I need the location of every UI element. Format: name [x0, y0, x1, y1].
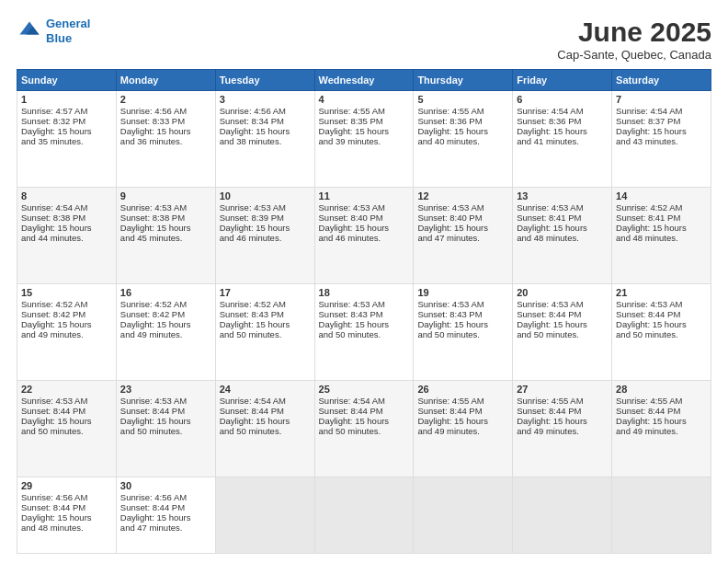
table-cell: 21Sunrise: 4:53 AMSunset: 8:44 PMDayligh… [612, 283, 711, 380]
cell-line: Sunrise: 4:55 AM [417, 106, 508, 116]
table-cell: 4Sunrise: 4:55 AMSunset: 8:35 PMDaylight… [314, 91, 414, 188]
cell-line: and 50 minutes. [319, 426, 410, 436]
table-cell: 5Sunrise: 4:55 AMSunset: 8:36 PMDaylight… [414, 91, 513, 188]
calendar-header-row: Sunday Monday Tuesday Wednesday Thursday… [17, 70, 711, 91]
cell-line: Sunset: 8:38 PM [120, 213, 211, 223]
cell-line: Sunset: 8:34 PM [220, 116, 311, 126]
calendar-table: Sunday Monday Tuesday Wednesday Thursday… [17, 69, 711, 554]
cell-line: Daylight: 15 hours [517, 319, 608, 329]
table-cell: 15Sunrise: 4:52 AMSunset: 8:42 PMDayligh… [17, 283, 117, 380]
table-cell: 16Sunrise: 4:52 AMSunset: 8:42 PMDayligh… [116, 283, 215, 380]
table-cell: 22Sunrise: 4:53 AMSunset: 8:44 PMDayligh… [17, 380, 117, 477]
cell-line: Sunrise: 4:55 AM [319, 106, 410, 116]
cell-line: Daylight: 15 hours [220, 126, 311, 136]
cell-line: and 49 minutes. [616, 426, 707, 436]
cell-line: Daylight: 15 hours [120, 126, 211, 136]
cell-line: Daylight: 15 hours [21, 512, 112, 523]
day-number: 7 [616, 94, 707, 105]
cell-line: Daylight: 15 hours [220, 319, 311, 329]
day-number: 2 [120, 94, 211, 105]
day-number: 3 [220, 94, 311, 105]
day-number: 22 [21, 384, 112, 395]
cell-line: Sunset: 8:44 PM [517, 406, 608, 416]
cell-line: Sunset: 8:40 PM [319, 213, 410, 223]
page: General Blue June 2025 Cap-Sante, Quebec… [0, 0, 728, 563]
cell-line: Sunrise: 4:55 AM [616, 396, 707, 406]
day-number: 4 [319, 94, 410, 105]
cell-line: Daylight: 15 hours [319, 223, 410, 233]
table-cell: 2Sunrise: 4:56 AMSunset: 8:33 PMDaylight… [116, 91, 215, 188]
cell-line: Sunset: 8:44 PM [616, 406, 707, 416]
cell-line: Daylight: 15 hours [120, 416, 211, 426]
table-cell: 29Sunrise: 4:56 AMSunset: 8:44 PMDayligh… [17, 477, 117, 553]
col-thursday: Thursday [414, 70, 513, 91]
cell-line: and 47 minutes. [120, 523, 211, 533]
cell-line: Daylight: 15 hours [21, 416, 112, 426]
table-cell: 11Sunrise: 4:53 AMSunset: 8:40 PMDayligh… [314, 187, 414, 283]
cell-line: Sunrise: 4:54 AM [21, 202, 112, 213]
cell-line: Sunrise: 4:52 AM [120, 299, 211, 309]
col-sunday: Sunday [17, 70, 117, 91]
cell-line: and 40 minutes. [417, 136, 508, 146]
cell-line: and 43 minutes. [616, 136, 707, 146]
cell-line: Sunset: 8:43 PM [417, 309, 508, 319]
cell-line: Daylight: 15 hours [517, 416, 608, 426]
cell-line: and 39 minutes. [319, 136, 410, 146]
cell-line: Sunrise: 4:56 AM [21, 492, 112, 502]
cell-line: Sunrise: 4:56 AM [120, 106, 211, 116]
table-cell: 27Sunrise: 4:55 AMSunset: 8:44 PMDayligh… [513, 380, 612, 477]
table-cell: 25Sunrise: 4:54 AMSunset: 8:44 PMDayligh… [314, 380, 414, 477]
cell-line: Daylight: 15 hours [120, 512, 211, 523]
table-cell [513, 477, 612, 553]
cell-line: Sunset: 8:35 PM [319, 116, 410, 126]
cell-line: Daylight: 15 hours [21, 126, 112, 136]
day-number: 9 [120, 190, 211, 201]
cell-line: Sunrise: 4:52 AM [616, 202, 707, 213]
location: Cap-Sante, Quebec, Canada [557, 48, 711, 62]
cell-line: Daylight: 15 hours [517, 223, 608, 233]
cell-line: Sunset: 8:38 PM [21, 213, 112, 223]
cell-line: Sunset: 8:41 PM [616, 213, 707, 223]
table-cell [314, 477, 414, 553]
cell-line: Sunrise: 4:52 AM [220, 299, 311, 309]
table-cell: 23Sunrise: 4:53 AMSunset: 8:44 PMDayligh… [116, 380, 215, 477]
cell-line: Daylight: 15 hours [120, 223, 211, 233]
cell-line: Sunset: 8:44 PM [120, 406, 211, 416]
cell-line: Daylight: 15 hours [616, 126, 707, 136]
cell-line: and 48 minutes. [21, 523, 112, 533]
cell-line: Sunrise: 4:55 AM [417, 396, 508, 406]
cell-line: and 50 minutes. [220, 329, 311, 339]
table-cell: 14Sunrise: 4:52 AMSunset: 8:41 PMDayligh… [612, 187, 711, 283]
table-cell: 3Sunrise: 4:56 AMSunset: 8:34 PMDaylight… [215, 91, 314, 188]
month-title: June 2025 [557, 17, 711, 48]
cell-line: Sunrise: 4:55 AM [517, 396, 608, 406]
day-number: 28 [616, 384, 707, 395]
cell-line: Sunset: 8:44 PM [21, 406, 112, 416]
day-number: 24 [220, 384, 311, 395]
cell-line: and 46 minutes. [220, 233, 311, 243]
cell-line: Daylight: 15 hours [517, 126, 608, 136]
cell-line: Sunset: 8:39 PM [220, 213, 311, 223]
cell-line: Sunset: 8:32 PM [21, 116, 112, 126]
cell-line: and 47 minutes. [417, 233, 508, 243]
day-number: 18 [319, 287, 410, 298]
cell-line: Sunrise: 4:54 AM [220, 396, 311, 406]
calendar-body: 1Sunrise: 4:57 AMSunset: 8:32 PMDaylight… [17, 91, 711, 554]
cell-line: Sunset: 8:44 PM [319, 406, 410, 416]
day-number: 29 [21, 480, 112, 491]
cell-line: Sunset: 8:44 PM [517, 309, 608, 319]
table-cell: 20Sunrise: 4:53 AMSunset: 8:44 PMDayligh… [513, 283, 612, 380]
day-number: 6 [517, 94, 608, 105]
cell-line: Sunset: 8:44 PM [21, 502, 112, 512]
cell-line: and 50 minutes. [517, 329, 608, 339]
day-number: 30 [120, 480, 211, 491]
day-number: 23 [120, 384, 211, 395]
day-number: 16 [120, 287, 211, 298]
cell-line: Sunrise: 4:53 AM [120, 202, 211, 213]
cell-line: Sunrise: 4:54 AM [319, 396, 410, 406]
cell-line: and 48 minutes. [517, 233, 608, 243]
table-cell: 9Sunrise: 4:53 AMSunset: 8:38 PMDaylight… [116, 187, 215, 283]
day-number: 10 [220, 190, 311, 201]
day-number: 8 [21, 190, 112, 201]
cell-line: Sunrise: 4:54 AM [616, 106, 707, 116]
